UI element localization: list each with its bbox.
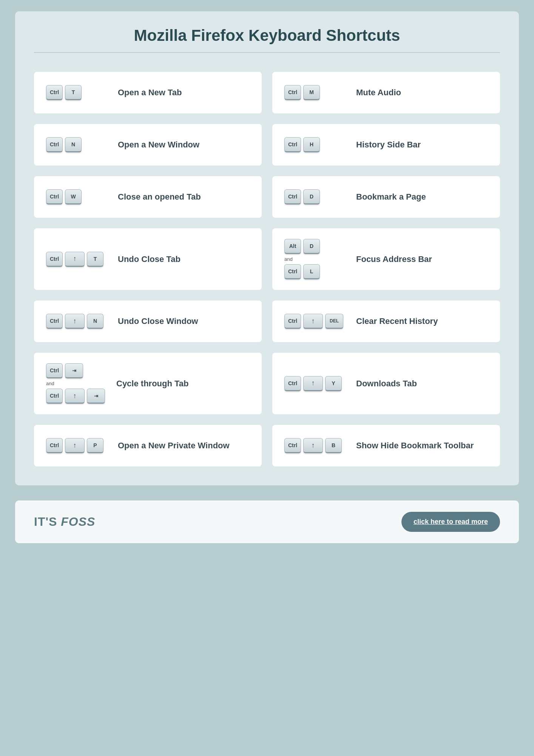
shortcut-label-history-sidebar: History Side Bar <box>356 140 488 150</box>
shortcut-label-bookmark-page: Bookmark a Page <box>356 192 488 202</box>
key-ctrl: Ctrl <box>284 189 301 204</box>
shortcut-card-clear-recent-history: Ctrl ↑ DEL Clear Recent History <box>272 301 500 342</box>
shortcuts-grid: Ctrl T Open a New Tab Ctrl M Mute Audio … <box>34 72 500 466</box>
read-more-button[interactable]: click here to read more <box>401 512 500 532</box>
keys-area: Ctrl ↑ Y <box>284 376 345 391</box>
key-n: N <box>87 314 103 329</box>
key-alt: Alt <box>284 239 301 254</box>
key-p: P <box>87 438 103 453</box>
brand-part2: FOSS <box>61 515 95 528</box>
main-card: Mozilla Firefox Keyboard Shortcuts Ctrl … <box>15 11 519 485</box>
key-ctrl: Ctrl <box>46 314 63 329</box>
shortcut-card-open-new-tab: Ctrl T Open a New Tab <box>34 72 262 113</box>
key-h: H <box>303 137 320 152</box>
key-d: D <box>303 239 320 254</box>
shortcut-card-focus-address-bar: Alt D and Ctrl L Focus Address Bar <box>272 228 500 290</box>
shortcut-label-new-private-window: Open a New Private Window <box>118 440 250 451</box>
key-ctrl: Ctrl <box>284 137 301 152</box>
keys-area: Ctrl D <box>284 189 345 204</box>
and-text: and <box>46 381 54 386</box>
key-d: D <box>303 189 320 204</box>
key-ctrl: Ctrl <box>46 438 63 453</box>
key-l: L <box>303 264 320 279</box>
key-shift: ↑ <box>65 438 85 453</box>
keys-area-focus: Alt D and Ctrl L <box>284 239 345 279</box>
key-ctrl: Ctrl <box>46 137 63 152</box>
key-ctrl: Ctrl <box>284 85 301 100</box>
key-shift: ↑ <box>65 252 85 267</box>
shortcut-label-close-tab: Close an opened Tab <box>118 192 250 202</box>
key-ctrl: Ctrl <box>46 252 63 267</box>
key-shift: ↑ <box>303 438 323 453</box>
shortcut-label-mute-audio: Mute Audio <box>356 88 488 98</box>
key-tab-fwd: ⇥ <box>65 363 83 378</box>
key-shift: ↑ <box>65 314 85 329</box>
keys-area: Ctrl ↑ T <box>46 252 106 267</box>
keys-area: Ctrl T <box>46 85 106 100</box>
shortcut-card-close-tab: Ctrl W Close an opened Tab <box>34 176 262 218</box>
footer: IT'S FOSS click here to read more <box>15 500 519 543</box>
keys-area: Ctrl ↑ DEL <box>284 314 345 329</box>
shortcut-card-mute-audio: Ctrl M Mute Audio <box>272 72 500 113</box>
shortcut-label-clear-recent-history: Clear Recent History <box>356 316 488 326</box>
key-ctrl: Ctrl <box>46 189 63 204</box>
keys-area-cycle: Ctrl ⇥ and Ctrl ↑ ⇥ <box>46 363 105 404</box>
shortcut-card-open-new-window: Ctrl N Open a New Window <box>34 124 262 166</box>
keys-area: Ctrl M <box>284 85 345 100</box>
key-ctrl: Ctrl <box>284 314 301 329</box>
key-w: W <box>65 189 82 204</box>
shortcut-card-undo-close-window: Ctrl ↑ N Undo Close Window <box>34 301 262 342</box>
keys-area: Ctrl W <box>46 189 106 204</box>
key-tab-back: ⇥ <box>87 389 105 404</box>
keys-area: Ctrl H <box>284 137 345 152</box>
page-title: Mozilla Firefox Keyboard Shortcuts <box>34 26 500 53</box>
shortcut-label-cycle-tab: Cycle through Tab <box>116 379 250 389</box>
key-ctrl: Ctrl <box>46 363 63 378</box>
brand-part1: IT'S <box>34 515 61 528</box>
shortcut-label-open-new-tab: Open a New Tab <box>118 88 250 98</box>
key-shift: ↑ <box>65 389 85 404</box>
keys-area: Ctrl ↑ N <box>46 314 106 329</box>
keys-area: Ctrl N <box>46 137 106 152</box>
key-y: Y <box>325 376 342 391</box>
shortcut-card-history-sidebar: Ctrl H History Side Bar <box>272 124 500 166</box>
key-ctrl: Ctrl <box>284 438 301 453</box>
key-ctrl: Ctrl <box>46 85 63 100</box>
shortcut-label-downloads-tab: Downloads Tab <box>356 379 488 389</box>
keys-area: Ctrl ↑ B <box>284 438 345 453</box>
key-n: N <box>65 137 82 152</box>
key-b: B <box>325 438 342 453</box>
shortcut-label-open-new-window: Open a New Window <box>118 140 250 150</box>
and-text: and <box>284 256 345 262</box>
key-m: M <box>303 85 320 100</box>
key-ctrl: Ctrl <box>284 264 301 279</box>
shortcut-card-undo-close-tab: Ctrl ↑ T Undo Close Tab <box>34 228 262 290</box>
key-shift: ↑ <box>303 314 323 329</box>
shortcut-label-show-hide-bookmark: Show Hide Bookmark Toolbar <box>356 440 488 451</box>
brand-logo: IT'S FOSS <box>34 515 95 529</box>
keys-area: Ctrl ↑ P <box>46 438 106 453</box>
key-ctrl: Ctrl <box>284 376 301 391</box>
shortcut-card-new-private-window: Ctrl ↑ P Open a New Private Window <box>34 425 262 466</box>
shortcut-label-undo-close-tab: Undo Close Tab <box>118 254 250 264</box>
shortcut-label-undo-close-window: Undo Close Window <box>118 316 250 326</box>
shortcut-label-focus-address-bar: Focus Address Bar <box>356 254 488 264</box>
key-ctrl: Ctrl <box>46 389 63 404</box>
key-t: T <box>65 85 82 100</box>
key-shift: ↑ <box>303 376 323 391</box>
shortcut-card-cycle-tab: Ctrl ⇥ and Ctrl ↑ ⇥ Cycle through Tab <box>34 353 262 414</box>
shortcut-card-bookmark-page: Ctrl D Bookmark a Page <box>272 176 500 218</box>
shortcut-card-show-hide-bookmark: Ctrl ↑ B Show Hide Bookmark Toolbar <box>272 425 500 466</box>
key-del: DEL <box>325 314 343 329</box>
shortcut-card-downloads-tab: Ctrl ↑ Y Downloads Tab <box>272 353 500 414</box>
key-t: T <box>87 252 103 267</box>
